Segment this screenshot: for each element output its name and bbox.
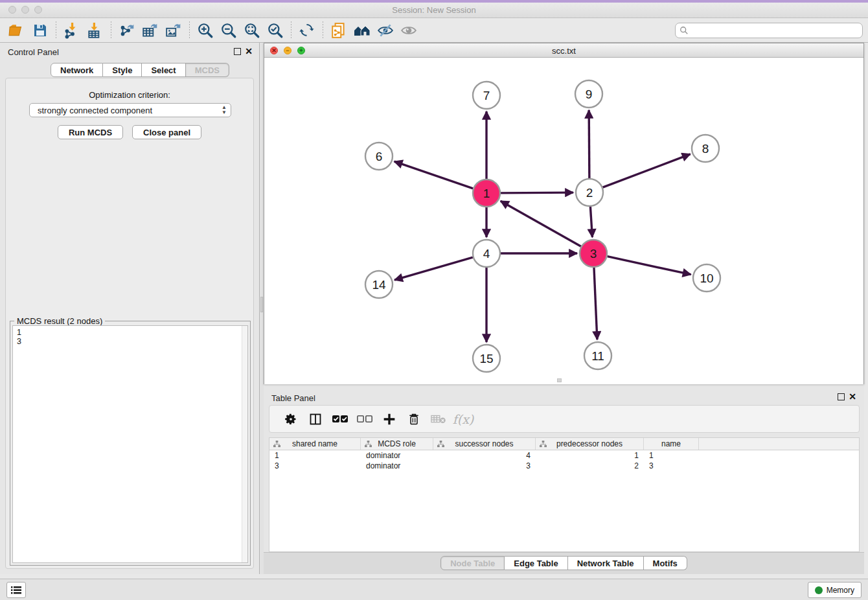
toolbar-separator	[323, 21, 323, 40]
table-options-button[interactable]	[279, 410, 303, 429]
cell-predecessor-nodes[interactable]: 1	[536, 450, 644, 461]
open-folder-icon	[8, 22, 25, 39]
node-9[interactable]: 9	[575, 80, 602, 108]
tab-node-table[interactable]: Node Table	[440, 556, 505, 570]
node-3[interactable]: 3	[580, 240, 607, 267]
search-input[interactable]	[689, 26, 862, 35]
tab-motifs[interactable]: Motifs	[644, 556, 687, 570]
column-header-MCDS-role[interactable]: MCDS role	[361, 438, 433, 450]
column-header-name[interactable]: name	[644, 438, 699, 450]
toggle-panel-button[interactable]	[303, 410, 328, 429]
table-row-0[interactable]: 1dominator411	[269, 450, 859, 461]
node-10[interactable]: 10	[693, 264, 720, 292]
zoom-out-button[interactable]	[217, 20, 240, 41]
edge-3-1[interactable]	[501, 201, 581, 246]
tab-select[interactable]: Select	[142, 63, 185, 77]
cell-successor-nodes[interactable]: 4	[433, 450, 536, 461]
edge-2-8[interactable]	[603, 154, 691, 187]
node-2[interactable]: 2	[576, 179, 603, 206]
dropdown-value: strongly connected component	[38, 106, 152, 115]
node-8[interactable]: 8	[692, 135, 719, 162]
edge-4-14[interactable]	[394, 257, 473, 280]
node-14[interactable]: 14	[365, 271, 393, 298]
delete-table-button[interactable]	[426, 410, 451, 429]
node-7[interactable]: 7	[473, 82, 500, 109]
edge-2-3[interactable]	[590, 207, 592, 237]
tab-mcds[interactable]: MCDS	[186, 63, 229, 77]
node-11[interactable]: 11	[584, 342, 611, 369]
optimization-criterion-select[interactable]: strongly connected component ▲▼	[29, 103, 231, 117]
edge-1-2[interactable]	[501, 192, 573, 193]
show-all-button[interactable]	[397, 20, 420, 41]
app-titlebar: Session: New Session	[0, 0, 868, 18]
gear-icon	[284, 413, 297, 426]
close-panel-icon[interactable]: ✕	[245, 46, 253, 56]
table-toolbar: f(x)	[269, 405, 860, 433]
network-window-titlebar[interactable]: ✕ − + scc.txt	[264, 43, 863, 58]
zoom-fit-button[interactable]	[240, 20, 264, 41]
table-row-1[interactable]: 3dominator323	[269, 461, 859, 471]
edge-2-9[interactable]	[589, 110, 589, 178]
cell-shared-name[interactable]: 1	[269, 450, 361, 461]
cell-predecessor-nodes[interactable]: 2	[536, 461, 644, 471]
task-history-button[interactable]	[6, 582, 26, 598]
cell-name[interactable]: 3	[644, 461, 699, 471]
cell-shared-name[interactable]: 3	[269, 461, 361, 471]
column-header-shared-name[interactable]: shared name	[269, 438, 361, 450]
hide-all-columns-button[interactable]	[352, 410, 377, 429]
node-15[interactable]: 15	[473, 345, 500, 372]
column-namespace-icon	[365, 441, 372, 448]
table-close-icon[interactable]: ✕	[849, 391, 856, 402]
node-label-4: 4	[483, 247, 490, 260]
zoom-selected-button[interactable]	[264, 20, 287, 41]
export-image-button[interactable]	[162, 20, 185, 41]
canvas-grip[interactable]	[557, 378, 562, 382]
column-header-predecessor-nodes[interactable]: predecessor nodes	[536, 438, 644, 450]
edge-1-6[interactable]	[394, 161, 474, 189]
clone-network-button[interactable]	[327, 20, 350, 41]
tab-network-table[interactable]: Network Table	[568, 556, 644, 570]
cell-successor-nodes[interactable]: 3	[433, 461, 536, 471]
search-field[interactable]	[675, 23, 863, 38]
export-network-button[interactable]	[115, 20, 139, 41]
apply-layout-button[interactable]	[295, 20, 319, 41]
delete-columns-button[interactable]	[402, 410, 426, 429]
edge-3-10[interactable]	[607, 257, 691, 275]
memory-label: Memory	[827, 586, 854, 595]
panel-splitter[interactable]	[259, 43, 264, 574]
float-panel-icon[interactable]	[234, 48, 241, 55]
toolbar-separator	[111, 21, 111, 40]
function-builder-button[interactable]: f(x)	[451, 410, 475, 429]
result-scrollbar[interactable]	[242, 326, 247, 562]
tab-network[interactable]: Network	[51, 63, 103, 77]
memory-button[interactable]: Memory	[808, 582, 862, 598]
table-float-icon[interactable]	[838, 393, 845, 400]
dropdown-stepper-icon: ▲▼	[222, 105, 227, 115]
node-6[interactable]: 6	[365, 143, 393, 170]
import-table-button[interactable]	[84, 20, 107, 41]
show-all-columns-button[interactable]	[328, 410, 352, 429]
splitter-grip[interactable]	[260, 297, 263, 312]
first-neighbors-button[interactable]	[350, 20, 374, 41]
node-4[interactable]: 4	[473, 240, 500, 267]
export-table-button[interactable]	[139, 20, 162, 41]
column-header-successor-nodes[interactable]: successor nodes	[433, 438, 536, 450]
cell-MCDS-role[interactable]: dominator	[361, 450, 433, 461]
save-session-button[interactable]	[29, 20, 52, 41]
import-network-button[interactable]	[60, 20, 84, 41]
cell-MCDS-role[interactable]: dominator	[361, 461, 433, 471]
cell-name[interactable]: 1	[644, 450, 699, 461]
mcds-result-text[interactable]: 1 3	[12, 325, 248, 563]
edge-3-11[interactable]	[594, 268, 597, 340]
run-mcds-button[interactable]: Run MCDS	[58, 125, 123, 139]
close-panel-button[interactable]: Close panel	[132, 125, 201, 139]
open-session-button[interactable]	[5, 20, 29, 41]
app-title: Session: New Session	[0, 5, 868, 15]
tab-style[interactable]: Style	[103, 63, 142, 77]
hide-selected-button[interactable]	[374, 20, 397, 41]
tab-edge-table[interactable]: Edge Table	[505, 556, 567, 570]
network-canvas[interactable]: 7968124314101511	[264, 58, 863, 384]
create-column-button[interactable]	[377, 410, 402, 429]
node-1[interactable]: 1	[473, 179, 500, 207]
zoom-in-button[interactable]	[194, 20, 217, 41]
